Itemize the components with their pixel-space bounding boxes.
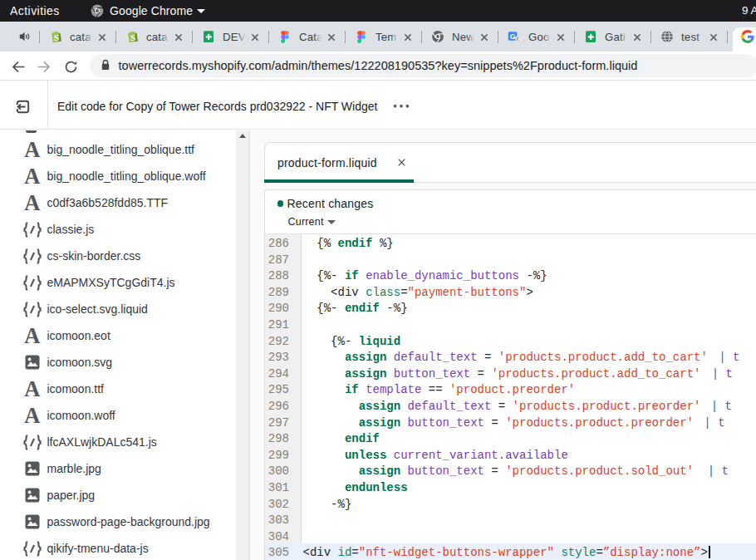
svg-text:S: S <box>130 32 135 42</box>
svg-text:S: S <box>54 32 59 42</box>
svg-text:G: G <box>510 32 516 41</box>
